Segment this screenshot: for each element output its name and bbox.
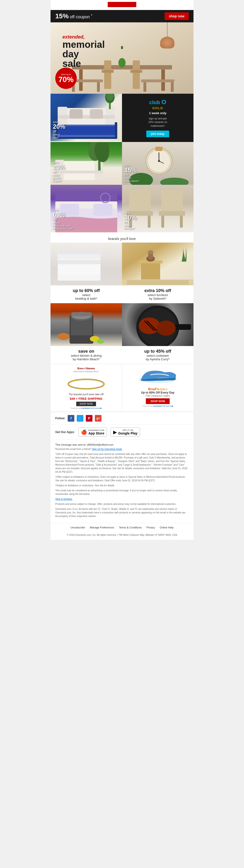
terms-link[interactable]: Terms & Conditions xyxy=(119,526,141,529)
rugs-overlay-badge: extra 20% off select rugs* xyxy=(53,121,65,139)
pinterest-icon[interactable]: P xyxy=(86,415,92,422)
bedding2-svg xyxy=(51,243,122,285)
coupon-label: 15% off coupon * xyxy=(55,14,92,19)
copyright-text: © 2018 Overstock.com, Inc. All rights re… xyxy=(51,532,193,540)
google-play-text-block: GET IT ON Google Play xyxy=(118,429,137,435)
svg-rect-60 xyxy=(58,256,101,259)
garden-cell[interactable]: extra 20% off select garden& patio* xyxy=(51,142,122,185)
app-store-name-label: App Store xyxy=(88,431,105,435)
unsubscribe-link[interactable]: Unsubscribe xyxy=(71,526,85,529)
svg-rect-76 xyxy=(72,312,91,316)
svg-point-79 xyxy=(97,339,104,344)
coupon-banner: 15% off coupon * shop now xyxy=(51,10,193,22)
hamilton-image xyxy=(51,303,122,346)
safavieh-svg xyxy=(122,243,193,285)
home-decor-category: home decor* xyxy=(125,180,139,182)
brads-shop-button[interactable]: SHOP NOW xyxy=(146,398,170,404)
furniture-percent: 30% xyxy=(125,215,137,221)
google-play-download-label: GET IT ON xyxy=(118,429,137,431)
shoe-svg xyxy=(125,367,191,385)
trademark-text: Overstock.com, O.co, At Home with the 'O… xyxy=(55,507,189,518)
badge-percent: 70% xyxy=(58,75,74,83)
svg-rect-22 xyxy=(58,115,115,119)
hamilton-by: by Hamilton Beach* xyxy=(53,358,119,361)
hero-extended-label: extended, xyxy=(62,34,105,40)
brads-desc: Up to 80% Off Every Day xyxy=(125,391,191,394)
manage-preferences-link[interactable]: Manage Preferences xyxy=(90,526,114,529)
svg-rect-23 xyxy=(70,109,83,119)
legal-section: This message was sent to: d8835eef@ulfir… xyxy=(51,439,193,523)
coupon-percent: 15% xyxy=(55,12,69,20)
bedding-overlay-badge: up to 60% Off select bedding & bathby Ma… xyxy=(53,209,73,230)
svg-rect-24 xyxy=(90,109,103,119)
svg-rect-38 xyxy=(155,147,163,151)
view-browser-link[interactable]: View in browser. xyxy=(55,498,73,500)
hero-memorial-label: memorial xyxy=(62,40,105,49)
signup-link[interactable]: Sign Up for Overstock email. xyxy=(92,448,122,451)
google-play-button[interactable]: ▶ GET IT ON Google Play xyxy=(111,428,140,437)
safavieh-image xyxy=(122,243,193,285)
bedding2-image xyxy=(51,243,122,285)
bedding-cell[interactable]: up to 60% Off select bedding & bathby Ma… xyxy=(51,185,122,232)
hero-sale-label: sale xyxy=(62,59,105,68)
coupon-text-block: 15% off coupon * xyxy=(55,12,92,20)
svg-rect-5 xyxy=(97,82,100,92)
safavieh-by: by Safavieh* xyxy=(125,297,191,300)
ayesha-by: by Ayesha Curry* xyxy=(125,358,191,361)
google-plus-icon[interactable]: g+ xyxy=(95,415,102,422)
svg-rect-11 xyxy=(133,60,140,89)
email-container: 15% off coupon * shop now xyxy=(51,0,193,540)
view-browser-text: View in browser. xyxy=(55,497,189,501)
app-store-text-block: Download on the App Store xyxy=(88,429,105,435)
ayesha-select: select cookware xyxy=(125,354,191,358)
rugs-percent: 20% xyxy=(53,123,65,130)
safavieh-select: select furniture xyxy=(125,293,191,297)
club-o-week-label: 1 week only xyxy=(149,111,167,115)
svg-point-13 xyxy=(118,58,126,67)
ross-powered-label: Powered by LiveIntent AdChoices ▶ xyxy=(53,407,119,409)
furniture-cell[interactable]: up to 30% off select furniture* xyxy=(122,185,193,232)
svg-rect-12 xyxy=(130,70,142,73)
ads-row: Ross+Simons Fine Jewelry Fabulous Prices… xyxy=(51,364,193,412)
bedding-select: select xyxy=(53,221,73,224)
bedding-furniture-row: up to 60% Off select bedding & bathby Ma… xyxy=(51,185,193,232)
coupon-shop-now-button[interactable]: shop now xyxy=(165,12,189,20)
home-decor-off: Off xyxy=(125,173,139,177)
online-help-link[interactable]: Online Help xyxy=(160,526,173,529)
hero-save-badge: save up to 70% xyxy=(55,67,77,89)
rugs-cell[interactable]: extra 20% off select rugs* xyxy=(51,94,122,141)
svg-rect-55 xyxy=(159,211,185,216)
svg-point-69 xyxy=(148,250,154,254)
furniture-select: select xyxy=(125,224,137,227)
hero-section: extended, memorial day sale save up to 7… xyxy=(51,22,193,94)
club-o-join-button[interactable]: join today xyxy=(146,130,169,137)
brads-deals-ad[interactable]: Brad's DEALS Up to 80% Off Every Day Fal… xyxy=(122,364,193,412)
app-store-download-label: Download on the xyxy=(88,429,105,431)
facebook-icon[interactable]: f xyxy=(68,415,74,422)
bracelet-svg xyxy=(53,375,119,391)
hamilton-select: select kitchen & dining xyxy=(53,354,119,358)
app-store-button[interactable]: 🍎 Download on the App Store xyxy=(78,428,107,437)
ross-simons-ad[interactable]: Ross+Simons Fine Jewelry Fabulous Prices… xyxy=(51,364,122,412)
bedding-percent: 60% xyxy=(53,212,73,218)
club-o-gold-label: GOLD xyxy=(152,106,163,110)
hamilton-cell[interactable]: save on select kitchen & dining by Hamil… xyxy=(51,303,122,364)
hamilton-save: save on xyxy=(53,349,119,354)
privacy-link[interactable]: Privacy xyxy=(146,526,155,529)
ayesha-cell[interactable]: up to 45% off select cookware by Ayesha … xyxy=(122,303,193,364)
ross-shop-button[interactable]: SHOP NOW xyxy=(76,402,96,406)
safavieh-cell[interactable]: extra 10% off select furniture by Safavi… xyxy=(122,243,193,303)
svg-rect-61 xyxy=(58,260,101,264)
svg-point-77 xyxy=(58,333,70,340)
apple-icon: 🍎 xyxy=(81,429,87,435)
svg-rect-53 xyxy=(148,216,151,227)
brads-logo: Brad's DEALS xyxy=(125,387,191,391)
bedding-brand-cell[interactable]: up to 60% off select bedding & bath* xyxy=(51,243,122,303)
products-note-text: Products and prices subject to change. O… xyxy=(55,502,189,506)
home-decor-select: select xyxy=(125,177,139,180)
svg-rect-7 xyxy=(143,82,146,92)
twitter-icon[interactable]: 🐦 xyxy=(77,415,83,422)
rugs-select-label: select xyxy=(53,133,65,136)
bedding-category: bedding & bathby Madison Park* xyxy=(53,224,73,230)
home-decor-cell[interactable]: extra 15% Off select home decor* xyxy=(122,142,193,185)
